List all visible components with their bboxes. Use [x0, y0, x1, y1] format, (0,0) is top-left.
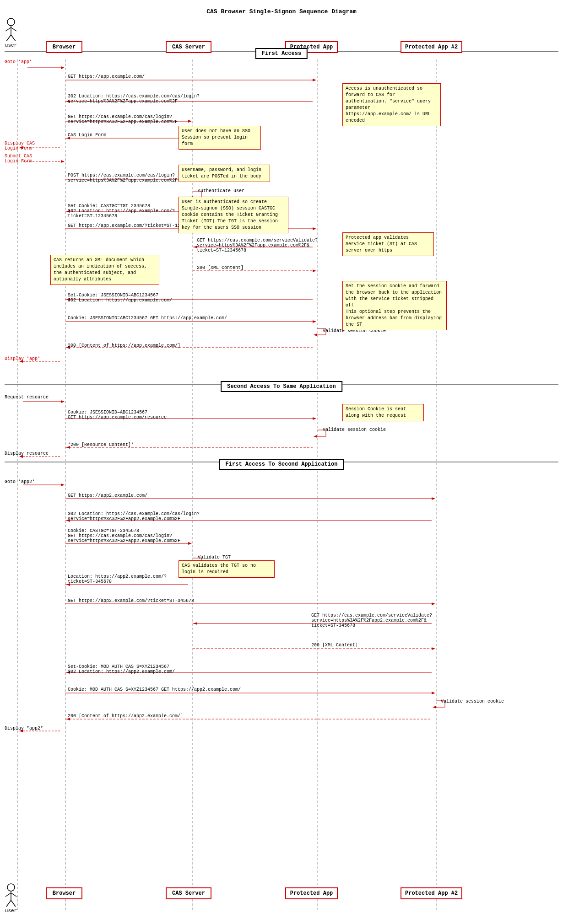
note-cas-validates-tgt: CAS validates the TGT so no login is req…	[179, 560, 275, 578]
svg-marker-52	[61, 483, 65, 486]
browser-header-top: Browser	[46, 41, 82, 53]
svg-marker-72	[433, 706, 436, 709]
svg-line-85	[5, 893, 11, 897]
msg-cookie-jsessionid-get: Cookie: JSESSIONID=ABC1234567 GET https:…	[68, 316, 227, 321]
svg-point-77	[7, 18, 15, 26]
diagram-title: CAS Browser Single-Signon Sequence Diagr…	[0, 4, 563, 17]
svg-line-80	[11, 27, 16, 31]
svg-marker-67	[432, 647, 435, 650]
svg-marker-58	[188, 542, 192, 545]
msg-display-cas-login: Display CASLogin Form	[5, 141, 35, 151]
svg-marker-9	[61, 66, 65, 69]
note-credentials: username, password, and login ticket are…	[179, 165, 270, 182]
msg-302-cas: 302 Location: https://cas.example.com/ca…	[68, 94, 200, 104]
msg-goto-app: Goto *app*	[5, 59, 32, 64]
msg-302-cas-app2: 302 Location: https://cas.example.com/ca…	[68, 511, 200, 521]
msg-cas-login-form: CAS Login Form	[68, 133, 106, 138]
svg-marker-36	[313, 320, 316, 323]
msg-cookie-resource: Cookie: JSESSIONID=ABC1234567GET https:/…	[68, 410, 167, 420]
svg-marker-71	[432, 692, 435, 694]
top-user-actor: user	[4, 17, 18, 48]
msg-servicevalidate-app2: GET https://cas.example.com/serviceValid…	[311, 613, 432, 628]
msg-location-app2-ticket: Location: https://app2.example.com/?tick…	[68, 574, 167, 584]
msg-cookie-castgc-get: Cookie: CASTGC=TGT-2345678GET https://ca…	[68, 528, 180, 543]
msg-set-cookie-castgc: Set-Cookie: CASTGC=TGT-2345678302 Locati…	[68, 204, 175, 219]
bottom-user-label: user	[4, 908, 18, 913]
msg-set-cookie-jsessionid: Set-Cookie: JSESSIONID=ABC1234567302 Loc…	[68, 293, 172, 303]
svg-marker-43	[61, 400, 65, 403]
msg-validate-session-app2: Validate session cookie	[441, 699, 504, 704]
msg-post-cas: POST https://cas.example.com/cas/login?s…	[68, 173, 178, 183]
bottom-user-actor: user	[4, 883, 18, 913]
svg-marker-15	[188, 120, 192, 123]
msg-get-app2: GET https://app2.example.com/	[68, 493, 147, 498]
browser-header-bottom: Browser	[46, 887, 82, 899]
svg-marker-54	[432, 497, 435, 500]
note-app-validates: Protected app validates Service Ticket (…	[342, 232, 434, 256]
svg-marker-45	[313, 417, 316, 420]
app2-header-top: Protected App #2	[401, 41, 462, 53]
cas-header-top: CAS Server	[166, 41, 211, 53]
svg-marker-37	[314, 333, 317, 336]
msg-validate-session-2: Validate session cookie	[323, 427, 386, 432]
svg-marker-32	[313, 269, 316, 272]
msg-display-resource: Display resource	[5, 451, 49, 456]
svg-marker-21	[61, 160, 65, 163]
msg-request-resource: Request resource	[5, 395, 49, 400]
note-cas-xml: CAS returns an XML document which includ…	[50, 255, 159, 285]
app2-header-bottom: Protected App #2	[401, 887, 462, 899]
msg-set-cookie-mod-auth: Set-Cookie: MOD_AUTH_CAS_S=XYZ1234567302…	[68, 664, 175, 674]
svg-line-82	[11, 35, 16, 41]
msg-goto-app2: Goto *app2*	[5, 479, 35, 484]
msg-200-content-app2: 200 [Content of https://app2.example.com…	[68, 714, 183, 719]
svg-line-79	[5, 27, 11, 31]
msg-get-ticket: GET https://app.example.com/?ticket=ST-1…	[68, 223, 197, 228]
section1-label: First Access	[255, 48, 308, 59]
svg-marker-11	[313, 79, 316, 81]
msg-get-app: GET https://app.example.com/	[68, 74, 145, 79]
msg-get-app2-ticket: GET https://app2.example.com/?ticket=ST-…	[68, 598, 194, 603]
note-unauthenticated: Access is unauthenticated so forward to …	[342, 83, 441, 126]
cas-header-bottom: CAS Server	[166, 887, 211, 899]
svg-marker-46	[314, 435, 317, 438]
svg-line-81	[6, 35, 11, 41]
msg-validate-tgt: Validate TGT	[198, 555, 231, 560]
svg-marker-65	[194, 622, 197, 625]
diagram-container: CAS Browser Single-Signon Sequence Diagr…	[0, 0, 563, 924]
msg-200-xml-app2: 200 [XML Content]	[311, 643, 358, 648]
note-set-session-cookie: Set the session cookie and forward the b…	[342, 281, 447, 330]
svg-marker-63	[432, 602, 435, 605]
svg-marker-28	[313, 227, 316, 230]
svg-line-87	[6, 900, 11, 907]
msg-display-app: Display *app*	[5, 356, 40, 361]
top-user-label: user	[4, 43, 18, 48]
note-sso-session: User is authenticated so create Single-s…	[179, 197, 288, 233]
msg-cookie-mod-auth-get: Cookie: MOD_AUTH_CAS_S=XYZ1234567 GET ht…	[68, 687, 241, 692]
msg-200-xml: 200 [XML Content]	[197, 265, 244, 270]
app1-header-bottom: Protected App	[285, 887, 338, 899]
note-session-cookie-sent: Session Cookie is sent along with the re…	[342, 404, 424, 421]
note-no-sso: User does not have an SSO Session so pre…	[179, 126, 261, 150]
svg-line-86	[11, 893, 16, 897]
msg-200-content-app: 200 [Content of https://app.example.com/…	[68, 343, 180, 348]
msg-auth-user: Authenticate user	[198, 188, 244, 193]
msg-display-app2: Display *app2*	[5, 726, 43, 731]
svg-line-88	[11, 900, 16, 907]
msg-200-resource: *200 [Resource Content]*	[68, 442, 134, 447]
msg-servicevalidate: GET https://cas.example.com/serviceValid…	[197, 238, 318, 253]
section3-label: First Access To Second Application	[219, 459, 344, 470]
section2-label: Second Access To Same Application	[221, 381, 342, 392]
svg-point-83	[7, 884, 15, 891]
msg-get-cas-login: GET https://cas.example.com/cas/login?se…	[68, 114, 178, 124]
msg-submit-cas-login: Submit CASLogin Form	[5, 154, 32, 164]
